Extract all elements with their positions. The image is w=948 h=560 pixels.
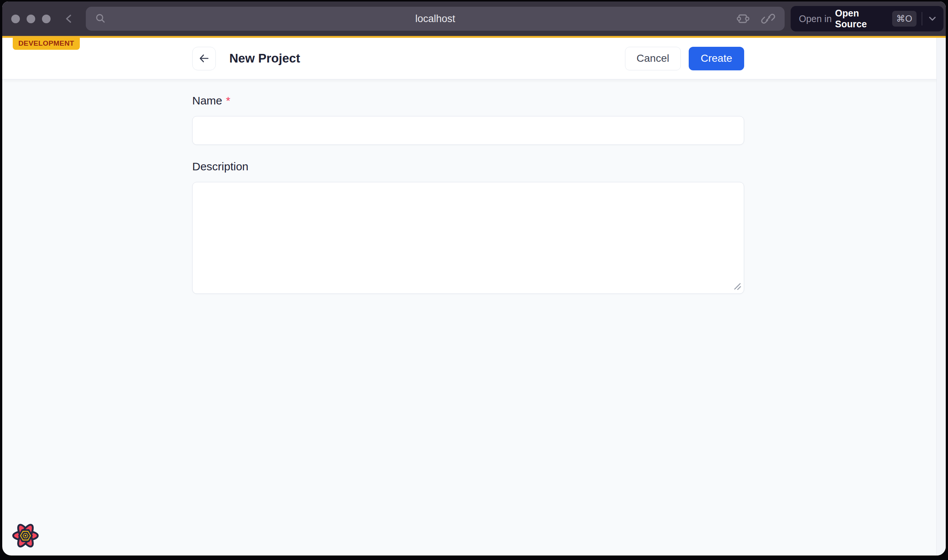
chevron-left-icon — [63, 12, 74, 25]
zoom-window-button[interactable] — [42, 15, 51, 23]
description-textarea[interactable] — [192, 182, 744, 294]
button-divider — [922, 12, 923, 25]
browser-back-button[interactable] — [63, 12, 74, 25]
create-button[interactable]: Create — [689, 47, 744, 70]
screenshot-background: localhost — [0, 0, 948, 560]
close-window-button[interactable] — [11, 15, 20, 23]
page-content: Name * Description — [2, 79, 936, 555]
page-header: New Project Cancel Create — [2, 38, 946, 79]
textarea-resize-handle[interactable] — [733, 282, 741, 291]
tanstack-logo[interactable] — [10, 520, 41, 551]
open-in-app-name: Open Source — [835, 8, 888, 29]
minimize-window-button[interactable] — [26, 15, 35, 23]
browser-window: localhost — [2, 2, 946, 555]
window-titlebar: localhost — [2, 2, 946, 38]
back-button[interactable] — [192, 47, 216, 70]
name-label-text: Name — [192, 94, 222, 107]
open-in-app-button[interactable]: Open in Open Source ⌘O — [791, 6, 943, 31]
development-ribbon: DEVELOPMENT — [13, 38, 80, 50]
chevron-down-icon[interactable] — [926, 12, 938, 25]
keyboard-shortcut-badge: ⌘O — [892, 11, 917, 26]
cancel-button[interactable]: Cancel — [625, 47, 681, 70]
arrow-left-icon — [198, 52, 210, 65]
name-field-label: Name * — [192, 94, 744, 107]
atom-flower-icon — [10, 520, 41, 551]
extension-puzzle-icon[interactable] — [735, 11, 750, 26]
page-title: New Project — [229, 51, 300, 66]
copy-link-icon[interactable] — [761, 11, 776, 26]
url-text: localhost — [86, 13, 784, 25]
url-bar[interactable]: localhost — [86, 7, 784, 31]
description-field-label: Description — [192, 160, 744, 173]
urlbar-actions — [735, 11, 776, 26]
scrollbar-gutter[interactable] — [936, 38, 946, 555]
new-project-form: Name * Description — [192, 79, 744, 294]
required-asterisk: * — [226, 94, 230, 107]
window-controls — [11, 15, 51, 23]
diagonal-grip-icon — [733, 282, 741, 291]
open-in-prefix-label: Open in — [799, 14, 832, 24]
description-label-text: Description — [192, 160, 249, 173]
name-input[interactable] — [192, 116, 744, 145]
